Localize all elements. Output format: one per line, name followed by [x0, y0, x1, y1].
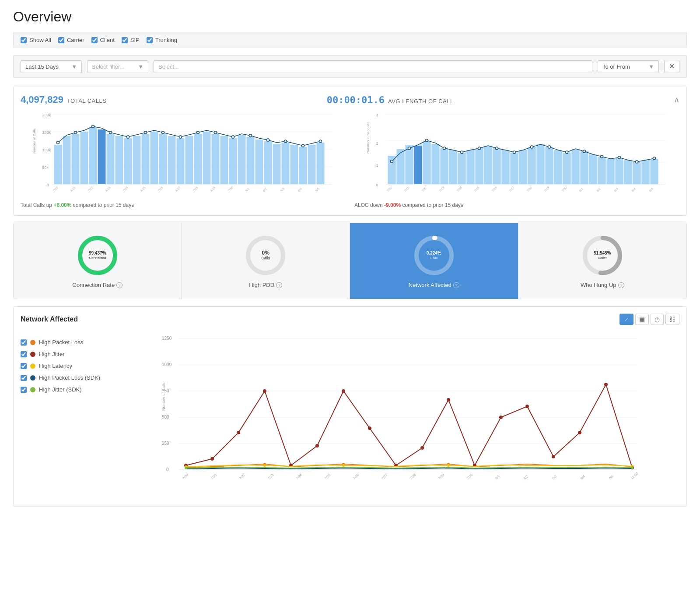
svg-point-116: [408, 147, 411, 150]
stats-row: 99.437% Connected Connection Rate ? 0% C…: [13, 223, 687, 299]
svg-text:8/2: 8/2: [596, 187, 601, 192]
chevron-down-icon: ▼: [138, 63, 144, 70]
svg-rect-22: [150, 132, 158, 184]
svg-text:7/26: 7/26: [491, 186, 497, 192]
svg-text:8/5: 8/5: [648, 187, 654, 192]
svg-point-181: [552, 455, 555, 458]
svg-point-117: [426, 139, 428, 142]
svg-point-193: [447, 464, 450, 467]
svg-point-170: [263, 389, 266, 393]
svg-rect-23: [159, 134, 167, 184]
high-latency-dot: [30, 363, 35, 369]
page-title: Overview: [13, 9, 687, 25]
svg-text:7/22: 7/22: [87, 186, 94, 192]
svg-point-120: [478, 147, 481, 150]
high-jitter-dot: [30, 352, 35, 357]
chart-tools: ⟋ ▦ ◷ ⛓: [620, 314, 679, 325]
who-hung-up-info-icon[interactable]: ?: [618, 282, 624, 288]
svg-text:7/23: 7/23: [267, 473, 275, 481]
clear-button[interactable]: ✕: [664, 60, 679, 73]
svg-rect-40: [308, 145, 316, 184]
svg-text:50k: 50k: [42, 165, 49, 170]
trunking-checkbox[interactable]: Trunking: [147, 37, 177, 43]
svg-point-57: [319, 140, 322, 143]
svg-text:7/27: 7/27: [381, 473, 388, 481]
filter-select-dropdown[interactable]: Select filter... ▼: [87, 60, 148, 73]
who-hung-up-card[interactable]: 51.545% Caller Who Hung Up ?: [518, 223, 687, 299]
line-chart-tool-button[interactable]: ⟋: [620, 314, 634, 325]
svg-text:8/4: 8/4: [580, 474, 586, 481]
svg-point-173: [342, 389, 345, 393]
svg-rect-19: [124, 138, 132, 184]
svg-point-183: [604, 383, 608, 386]
avg-length-header: 00:00:01.6 Avg Length of Call: [327, 94, 454, 105]
svg-rect-38: [290, 145, 298, 184]
svg-rect-13: [72, 134, 80, 184]
svg-point-49: [179, 136, 182, 138]
svg-rect-17: [107, 134, 115, 184]
svg-rect-28: [203, 132, 211, 184]
high-pdd-card[interactable]: 0% Calls High PDD ?: [182, 223, 350, 299]
svg-text:3: 3: [376, 113, 378, 117]
client-checkbox[interactable]: Client: [91, 37, 115, 43]
svg-point-115: [391, 160, 393, 163]
collapse-button[interactable]: ∧: [674, 95, 679, 105]
show-all-checkbox[interactable]: Show All: [21, 37, 51, 43]
svg-rect-20: [133, 136, 141, 184]
svg-text:8/4: 8/4: [297, 187, 302, 192]
svg-rect-98: [511, 153, 518, 184]
carrier-checkbox[interactable]: Carrier: [58, 37, 84, 43]
svg-text:7/23: 7/23: [438, 186, 445, 192]
svg-rect-30: [220, 136, 228, 184]
legend-item-high-packet-loss: High Packet Loss: [21, 336, 121, 348]
high-packet-loss-dot: [30, 340, 35, 345]
svg-point-55: [284, 140, 287, 143]
svg-rect-36: [273, 144, 281, 184]
svg-point-51: [214, 131, 217, 134]
direction-dropdown[interactable]: To or From ▼: [598, 60, 659, 73]
svg-text:7/20: 7/20: [386, 186, 392, 192]
svg-text:1250: 1250: [162, 336, 172, 341]
svg-point-53: [249, 134, 252, 137]
svg-rect-87: [414, 146, 422, 184]
clock-tool-button[interactable]: ◷: [651, 314, 664, 325]
svg-point-45: [109, 131, 112, 134]
svg-text:8/4: 8/4: [631, 187, 636, 192]
svg-rect-37: [282, 143, 290, 184]
date-range-dropdown[interactable]: Last 15 Days ▼: [21, 60, 82, 73]
select-value-dropdown[interactable]: Select...: [154, 60, 592, 73]
svg-text:7/28: 7/28: [192, 186, 199, 192]
svg-point-169: [237, 431, 240, 434]
svg-text:7/29: 7/29: [543, 186, 550, 192]
link-tool-button[interactable]: ⛓: [665, 314, 679, 325]
svg-rect-96: [493, 148, 501, 184]
svg-text:7/24: 7/24: [122, 186, 129, 192]
network-line-chart-svg: 1250 1000 750 500 250 0 Number of Calls: [121, 332, 679, 498]
svg-rect-106: [581, 151, 588, 184]
connection-rate-info-icon[interactable]: ?: [116, 282, 122, 288]
high-jitter-sdk-dot: [30, 387, 35, 392]
svg-rect-107: [589, 154, 597, 184]
network-affected-card[interactable]: 0.224% Calls Network Affected ?: [350, 223, 518, 299]
svg-rect-89: [432, 144, 440, 184]
svg-point-122: [513, 151, 516, 154]
svg-text:7/25: 7/25: [140, 186, 146, 192]
who-hung-up-label: Who Hung Up ?: [581, 282, 624, 288]
svg-rect-94: [476, 148, 483, 184]
avg-length-svg: 3 2 1 0 Duration in Seconds: [354, 110, 679, 197]
svg-text:7/30: 7/30: [227, 186, 234, 192]
svg-text:7/30: 7/30: [561, 186, 567, 192]
network-affected-info-icon[interactable]: ?: [453, 282, 459, 288]
network-affected-donut: 0.224% Calls: [412, 234, 456, 277]
high-pdd-info-icon[interactable]: ?: [276, 282, 282, 288]
connection-rate-card[interactable]: 99.437% Connected Connection Rate ?: [14, 223, 182, 299]
svg-point-54: [267, 139, 270, 141]
svg-rect-109: [607, 159, 615, 184]
svg-text:1: 1: [376, 163, 378, 168]
svg-text:7/30: 7/30: [466, 473, 474, 481]
svg-point-196: [631, 466, 634, 469]
svg-rect-100: [528, 147, 536, 184]
bar-chart-tool-button[interactable]: ▦: [635, 314, 649, 325]
sip-checkbox[interactable]: SIP: [122, 37, 140, 43]
svg-point-192: [342, 464, 345, 467]
